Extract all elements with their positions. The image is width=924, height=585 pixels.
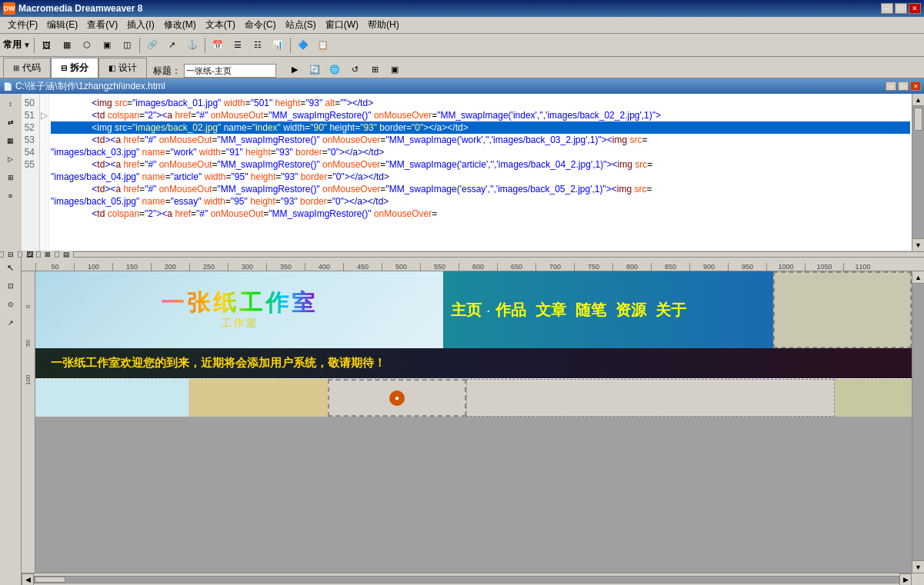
- toolbar-globe[interactable]: 🌐: [325, 61, 344, 78]
- split-icon: ⊟: [61, 64, 67, 72]
- refresh-btn[interactable]: 🔄: [305, 61, 324, 78]
- canvas-scroll[interactable]: 一张纸工作室 工作室 主页 · 作品 文章: [35, 271, 912, 573]
- doc-close[interactable]: ✕: [910, 81, 921, 91]
- doc-minimize[interactable]: ─: [886, 81, 896, 91]
- menu-text[interactable]: 文本(T): [201, 17, 240, 33]
- canvas-col-far-right: [835, 379, 912, 417]
- menu-window[interactable]: 窗口(W): [321, 17, 363, 33]
- scroll-track-v[interactable]: [912, 106, 924, 238]
- code-line-52: <td><a href="#" onMouseOut="MM_swapImgRe…: [51, 134, 910, 146]
- design-scrollbar-v[interactable]: ▲ ▼: [912, 271, 924, 573]
- toolbar-btn-13[interactable]: 🔷: [294, 37, 312, 54]
- toolbar-btn-4[interactable]: ▣: [98, 37, 116, 54]
- menu-insert[interactable]: 插入(I): [122, 17, 158, 33]
- toolbar-btn-9[interactable]: 📅: [208, 37, 227, 54]
- scroll-thumb-v[interactable]: [914, 108, 922, 131]
- design-icon: ◧: [108, 64, 115, 72]
- toolbar-reload[interactable]: ↺: [345, 61, 364, 78]
- code-content[interactable]: <img src="images/back_01.jpg" width="501…: [49, 94, 912, 251]
- design-tool-2[interactable]: ⊡: [2, 278, 20, 294]
- code-line-51-selected: <img src="images/back_02.jpg" name="inde…: [51, 121, 910, 134]
- tab-code-label: 代码: [22, 61, 41, 75]
- ruler-1100: 1100: [843, 263, 882, 271]
- toolbar-btn-10[interactable]: ☰: [228, 37, 247, 54]
- toolbar-btn-2[interactable]: ▦: [58, 37, 76, 54]
- tab-code[interactable]: ⊞ 代码: [3, 58, 51, 78]
- toolbar-btn-3[interactable]: ⬡: [78, 37, 96, 54]
- toolbar-btn-12[interactable]: 📊: [269, 37, 287, 54]
- code-line-52b: "images/back_03.jpg" name="work" width="…: [51, 146, 910, 158]
- toolbar-extra2[interactable]: ▣: [385, 61, 404, 78]
- code-tool-6[interactable]: ≡: [2, 188, 20, 204]
- toolbar: 常用 ▼ 🖼 ▦ ⬡ ▣ ◫ 🔗 ↗ ⚓ 📅 ☰ ☷ 📊 🔷 📋: [0, 34, 924, 57]
- canvas-col-right: [466, 379, 835, 417]
- minimize-button[interactable]: ─: [881, 3, 893, 14]
- design-canvas-area: 50 100 150 200 250 300 350 400 450 500 5…: [22, 258, 924, 585]
- design-tool-3[interactable]: ⊙: [2, 296, 20, 313]
- menu-command[interactable]: 命令(C): [240, 17, 281, 33]
- design-tool-4[interactable]: ↗: [2, 314, 20, 331]
- code-scrollbar-v[interactable]: ▲ ▼: [912, 94, 924, 251]
- code-tool-2[interactable]: ⇄: [2, 114, 20, 131]
- ruler-200: 200: [151, 263, 189, 271]
- ruler-800: 800: [612, 263, 651, 271]
- bottom-scrollbar[interactable]: ◀ ▶: [22, 573, 924, 585]
- toolbar-btn-11[interactable]: ☷: [249, 37, 267, 54]
- tab-split-label: 拆分: [70, 61, 88, 75]
- menu-view[interactable]: 查看(V): [82, 17, 122, 33]
- line-51: 51: [23, 109, 38, 121]
- design-scroll-track[interactable]: [912, 284, 924, 560]
- design-scroll-up[interactable]: ▲: [912, 271, 924, 284]
- scroll-right-btn[interactable]: ▶: [899, 573, 912, 586]
- code-line-54: <td><a href="#" onMouseOut="MM_swapImgRe…: [51, 183, 910, 195]
- menu-edit[interactable]: 编辑(E): [42, 17, 82, 33]
- maximize-button[interactable]: □: [895, 3, 907, 14]
- doc-file-path: C:\张子涵\制作\1zhangzhi\index.html: [15, 80, 165, 93]
- preview-btn[interactable]: ▶: [285, 61, 304, 78]
- toolbar-btn-6[interactable]: 🔗: [143, 37, 162, 54]
- code-icon: ⊞: [13, 64, 19, 72]
- splitter-bar[interactable]: ⊟ 🖼 ⊠ ▤: [0, 251, 924, 258]
- code-tool-3[interactable]: ▦: [2, 132, 20, 149]
- ruler-700: 700: [535, 263, 574, 271]
- design-scroll-down[interactable]: ▼: [912, 560, 924, 573]
- close-button[interactable]: ✕: [909, 3, 921, 14]
- code-tool-4[interactable]: ▷: [2, 151, 20, 168]
- scroll-track-h[interactable]: [34, 576, 899, 583]
- design-tool-select[interactable]: ↖: [2, 259, 20, 276]
- toolbar-dropdown-icon[interactable]: ▼: [23, 41, 31, 49]
- tab-split[interactable]: ⊟ 拆分: [51, 58, 98, 78]
- toolbar-btn-5[interactable]: ◫: [118, 37, 136, 54]
- menu-bar: 文件(F) 编辑(E) 查看(V) 插入(I) 修改(M) 文本(T) 命令(C…: [0, 17, 924, 34]
- toolbar-btn-7[interactable]: ↗: [163, 37, 182, 54]
- code-line-54b: "images/back_05.jpg" name="essay" width=…: [51, 195, 910, 208]
- menu-site[interactable]: 站点(S): [281, 17, 321, 33]
- scroll-thumb-h[interactable]: [35, 577, 65, 583]
- line-50: 50: [23, 97, 38, 109]
- toolbar-btn-14[interactable]: 📋: [314, 37, 332, 54]
- code-tool-1[interactable]: ↕: [2, 95, 20, 112]
- title-input[interactable]: [184, 64, 276, 78]
- ruler-350: 350: [266, 263, 305, 271]
- scroll-left-btn[interactable]: ◀: [22, 573, 34, 586]
- ruler-150: 150: [112, 263, 151, 271]
- menu-help[interactable]: 帮助(H): [363, 17, 404, 33]
- title-prefix: 标题：: [153, 65, 181, 78]
- toolbar-btn-1[interactable]: 🖼: [38, 37, 56, 54]
- nav-item-work: 作品: [495, 300, 526, 321]
- doc-maximize[interactable]: □: [898, 81, 909, 91]
- scroll-up-btn[interactable]: ▲: [912, 94, 924, 106]
- menu-modify[interactable]: 修改(M): [159, 17, 201, 33]
- code-tool-5[interactable]: ⊞: [2, 169, 20, 186]
- toolbar-btn-8[interactable]: ⚓: [183, 37, 202, 54]
- app-icon: DW: [3, 2, 15, 15]
- toolbar-extra[interactable]: ⊞: [365, 61, 384, 78]
- tab-design[interactable]: ◧ 设计: [98, 58, 147, 78]
- menu-file[interactable]: 文件(F): [3, 17, 42, 33]
- nav-item-about: 关于: [655, 300, 686, 321]
- code-panel: ↕ ⇄ ▦ ▷ ⊞ ≡ 50 51 52 53 54 55 ▷: [0, 94, 924, 251]
- scroll-down-btn[interactable]: ▼: [912, 238, 924, 251]
- line-52: 52: [23, 121, 38, 134]
- code-line-50: <img src="images/back_01.jpg" width="501…: [51, 97, 910, 109]
- ruler-500: 500: [382, 263, 420, 271]
